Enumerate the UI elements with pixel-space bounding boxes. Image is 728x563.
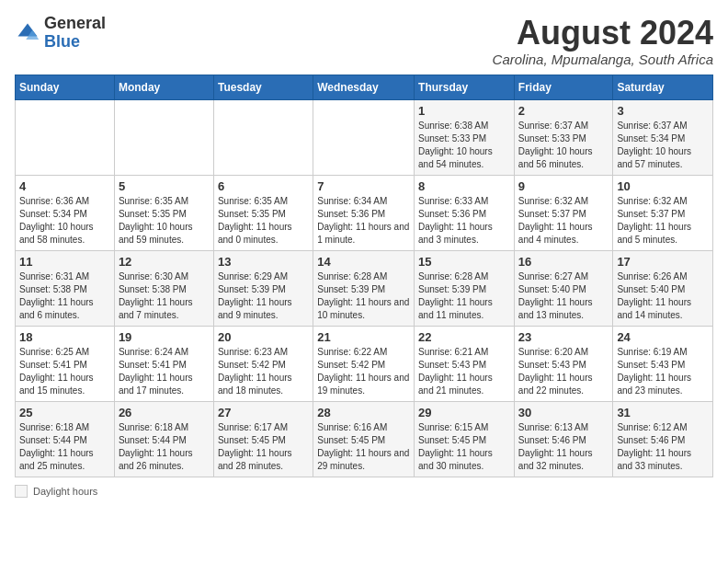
calendar-table: SundayMondayTuesdayWednesdayThursdayFrid… (15, 75, 713, 477)
day-info: Sunrise: 6:32 AM Sunset: 5:37 PM Dayligh… (617, 195, 709, 247)
day-info: Sunrise: 6:32 AM Sunset: 5:37 PM Dayligh… (518, 195, 609, 247)
day-number: 19 (119, 330, 210, 344)
day-info: Sunrise: 6:36 AM Sunset: 5:34 PM Dayligh… (19, 195, 110, 247)
day-info: Sunrise: 6:17 AM Sunset: 5:45 PM Dayligh… (218, 421, 309, 473)
header-cell-tuesday: Tuesday (213, 75, 313, 99)
day-info: Sunrise: 6:18 AM Sunset: 5:44 PM Dayligh… (19, 421, 110, 473)
day-number: 26 (119, 406, 210, 419)
day-number: 14 (317, 255, 410, 269)
day-cell: 13Sunrise: 6:29 AM Sunset: 5:39 PM Dayli… (213, 250, 313, 326)
day-number: 22 (418, 330, 510, 344)
day-cell (114, 99, 213, 175)
logo: General Blue (15, 15, 106, 52)
day-cell: 23Sunrise: 6:20 AM Sunset: 5:43 PM Dayli… (514, 326, 613, 401)
day-info: Sunrise: 6:34 AM Sunset: 5:36 PM Dayligh… (317, 195, 410, 247)
day-cell: 27Sunrise: 6:17 AM Sunset: 5:45 PM Dayli… (213, 401, 313, 477)
day-number: 20 (218, 330, 309, 344)
header-cell-sunday: Sunday (16, 75, 115, 99)
day-number: 18 (19, 330, 110, 344)
day-info: Sunrise: 6:28 AM Sunset: 5:39 PM Dayligh… (317, 270, 410, 322)
logo-icon (15, 20, 40, 46)
day-number: 17 (617, 255, 709, 269)
day-cell: 3Sunrise: 6:37 AM Sunset: 5:34 PM Daylig… (613, 99, 713, 175)
day-cell: 7Sunrise: 6:34 AM Sunset: 5:36 PM Daylig… (313, 175, 415, 250)
calendar-body: 1Sunrise: 6:38 AM Sunset: 5:33 PM Daylig… (16, 99, 713, 477)
day-number: 25 (19, 406, 110, 419)
week-row-4: 18Sunrise: 6:25 AM Sunset: 5:41 PM Dayli… (16, 326, 713, 401)
day-cell: 17Sunrise: 6:26 AM Sunset: 5:40 PM Dayli… (613, 250, 713, 326)
day-cell: 14Sunrise: 6:28 AM Sunset: 5:39 PM Dayli… (313, 250, 415, 326)
day-cell: 11Sunrise: 6:31 AM Sunset: 5:38 PM Dayli… (16, 250, 115, 326)
day-info: Sunrise: 6:23 AM Sunset: 5:42 PM Dayligh… (218, 346, 309, 397)
day-info: Sunrise: 6:27 AM Sunset: 5:40 PM Dayligh… (518, 270, 609, 322)
day-cell: 2Sunrise: 6:37 AM Sunset: 5:33 PM Daylig… (514, 99, 613, 175)
header-cell-friday: Friday (514, 75, 613, 99)
header-row: SundayMondayTuesdayWednesdayThursdayFrid… (16, 75, 713, 99)
page-header: General Blue August 2024 Carolina, Mpuma… (15, 15, 713, 67)
day-cell (16, 99, 115, 175)
day-info: Sunrise: 6:29 AM Sunset: 5:39 PM Dayligh… (218, 270, 309, 322)
day-info: Sunrise: 6:20 AM Sunset: 5:43 PM Dayligh… (518, 346, 609, 397)
day-info: Sunrise: 6:37 AM Sunset: 5:33 PM Dayligh… (518, 120, 609, 171)
day-number: 24 (617, 330, 709, 344)
day-info: Sunrise: 6:19 AM Sunset: 5:43 PM Dayligh… (617, 346, 709, 397)
logo-blue-text: Blue (44, 32, 80, 51)
day-cell: 29Sunrise: 6:15 AM Sunset: 5:45 PM Dayli… (415, 401, 515, 477)
day-number: 6 (218, 179, 309, 193)
day-info: Sunrise: 6:12 AM Sunset: 5:46 PM Dayligh… (617, 421, 709, 473)
header-cell-thursday: Thursday (415, 75, 515, 99)
subtitle: Carolina, Mpumalanga, South Africa (493, 52, 713, 67)
day-info: Sunrise: 6:22 AM Sunset: 5:42 PM Dayligh… (317, 346, 410, 397)
day-info: Sunrise: 6:33 AM Sunset: 5:36 PM Dayligh… (418, 195, 510, 247)
day-number: 7 (317, 179, 410, 193)
day-number: 12 (119, 255, 210, 269)
day-number: 11 (19, 255, 110, 269)
day-cell (313, 99, 415, 175)
legend: Daylight hours (15, 485, 713, 498)
day-info: Sunrise: 6:35 AM Sunset: 5:35 PM Dayligh… (119, 195, 210, 247)
day-cell: 4Sunrise: 6:36 AM Sunset: 5:34 PM Daylig… (16, 175, 115, 250)
day-number: 29 (418, 406, 510, 419)
day-info: Sunrise: 6:26 AM Sunset: 5:40 PM Dayligh… (617, 270, 709, 322)
day-number: 13 (218, 255, 309, 269)
week-row-2: 4Sunrise: 6:36 AM Sunset: 5:34 PM Daylig… (16, 175, 713, 250)
day-number: 27 (218, 406, 309, 419)
day-number: 10 (617, 179, 709, 193)
header-cell-monday: Monday (114, 75, 213, 99)
day-cell: 24Sunrise: 6:19 AM Sunset: 5:43 PM Dayli… (613, 326, 713, 401)
day-info: Sunrise: 6:35 AM Sunset: 5:35 PM Dayligh… (218, 195, 309, 247)
day-cell: 16Sunrise: 6:27 AM Sunset: 5:40 PM Dayli… (514, 250, 613, 326)
day-number: 30 (518, 406, 609, 419)
day-number: 23 (518, 330, 609, 344)
header-cell-wednesday: Wednesday (313, 75, 415, 99)
title-block: August 2024 Carolina, Mpumalanga, South … (493, 15, 713, 67)
day-cell (213, 99, 313, 175)
day-number: 8 (418, 179, 510, 193)
day-info: Sunrise: 6:30 AM Sunset: 5:38 PM Dayligh… (119, 270, 210, 322)
day-info: Sunrise: 6:15 AM Sunset: 5:45 PM Dayligh… (418, 421, 510, 473)
day-cell: 5Sunrise: 6:35 AM Sunset: 5:35 PM Daylig… (114, 175, 213, 250)
day-number: 5 (119, 179, 210, 193)
day-cell: 30Sunrise: 6:13 AM Sunset: 5:46 PM Dayli… (514, 401, 613, 477)
day-cell: 20Sunrise: 6:23 AM Sunset: 5:42 PM Dayli… (213, 326, 313, 401)
day-number: 1 (418, 104, 510, 118)
day-info: Sunrise: 6:18 AM Sunset: 5:44 PM Dayligh… (119, 421, 210, 473)
day-cell: 26Sunrise: 6:18 AM Sunset: 5:44 PM Dayli… (114, 401, 213, 477)
day-number: 28 (317, 406, 410, 419)
week-row-3: 11Sunrise: 6:31 AM Sunset: 5:38 PM Dayli… (16, 250, 713, 326)
day-info: Sunrise: 6:24 AM Sunset: 5:41 PM Dayligh… (119, 346, 210, 397)
day-number: 21 (317, 330, 410, 344)
day-number: 9 (518, 179, 609, 193)
calendar-header: SundayMondayTuesdayWednesdayThursdayFrid… (16, 75, 713, 99)
day-number: 3 (617, 104, 709, 118)
day-cell: 19Sunrise: 6:24 AM Sunset: 5:41 PM Dayli… (114, 326, 213, 401)
day-number: 4 (19, 179, 110, 193)
day-cell: 6Sunrise: 6:35 AM Sunset: 5:35 PM Daylig… (213, 175, 313, 250)
day-cell: 18Sunrise: 6:25 AM Sunset: 5:41 PM Dayli… (16, 326, 115, 401)
day-cell: 25Sunrise: 6:18 AM Sunset: 5:44 PM Dayli… (16, 401, 115, 477)
day-cell: 22Sunrise: 6:21 AM Sunset: 5:43 PM Dayli… (415, 326, 515, 401)
day-info: Sunrise: 6:28 AM Sunset: 5:39 PM Dayligh… (418, 270, 510, 322)
logo-general-text: General (44, 14, 106, 32)
header-cell-saturday: Saturday (613, 75, 713, 99)
day-cell: 10Sunrise: 6:32 AM Sunset: 5:37 PM Dayli… (613, 175, 713, 250)
